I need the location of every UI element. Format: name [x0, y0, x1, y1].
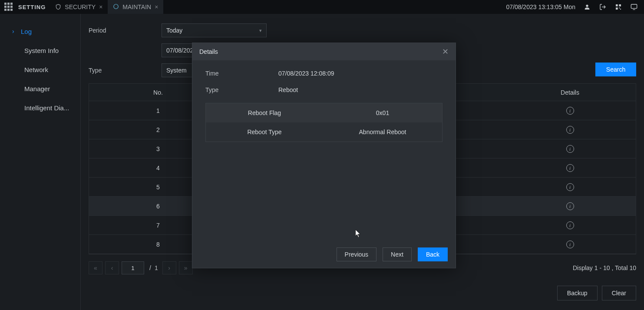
- svg-rect-5: [616, 7, 618, 10]
- back-button[interactable]: Back: [418, 247, 448, 261]
- tab-maintain[interactable]: MAINTAIN ×: [108, 0, 163, 14]
- cell-details: i: [504, 183, 636, 191]
- period-label: Period: [89, 27, 162, 34]
- pager-status: Display 1 - 10 , Total 10: [573, 264, 636, 271]
- close-icon[interactable]: ✕: [442, 47, 449, 56]
- pager-total: 1: [155, 264, 158, 271]
- tab-label: MAINTAIN: [122, 3, 151, 10]
- sidebar-item-intelligent-dia[interactable]: Intelligent Dia...: [0, 98, 80, 117]
- select-value: Today: [166, 27, 182, 34]
- modal-time-label: Time: [205, 70, 278, 77]
- info-icon[interactable]: i: [566, 202, 574, 210]
- svg-rect-3: [616, 4, 618, 7]
- info-icon[interactable]: i: [566, 241, 574, 248]
- sidebar-item-system-info[interactable]: System Info: [0, 41, 80, 60]
- next-button[interactable]: Next: [383, 247, 412, 261]
- close-icon[interactable]: ×: [155, 3, 158, 10]
- qr-icon[interactable]: [614, 3, 622, 11]
- details-modal: Details ✕ Time 07/08/2023 12:08:09 Type …: [192, 43, 456, 268]
- clear-button[interactable]: Clear: [602, 286, 636, 300]
- modal-detail-row: Reboot Type Abnormal Reboot: [206, 122, 442, 142]
- sidebar-item-label: System Info: [24, 47, 59, 54]
- modal-detail-table: Reboot Flag 0x01 Reboot Type Abnormal Re…: [205, 103, 443, 142]
- modal-title: Details: [199, 48, 442, 55]
- pager-first-button[interactable]: «: [89, 261, 102, 274]
- modal-detail-key: Reboot Flag: [206, 109, 323, 116]
- chevron-right-icon: ›: [12, 28, 17, 35]
- modal-type-label: Type: [205, 86, 278, 93]
- shield-icon: [55, 4, 61, 10]
- pager-slash: /: [149, 264, 151, 271]
- modal-detail-row: Reboot Flag 0x01: [206, 103, 442, 122]
- svg-rect-6: [619, 7, 620, 8]
- cell-details: i: [504, 126, 636, 134]
- modal-detail-key: Reboot Type: [206, 129, 323, 135]
- modal-detail-value: 0x01: [323, 109, 442, 116]
- pager-prev-button[interactable]: ‹: [105, 261, 119, 274]
- monitor-icon[interactable]: [630, 3, 638, 11]
- maintain-icon: [113, 3, 119, 11]
- search-button[interactable]: Search: [595, 63, 636, 76]
- info-icon[interactable]: i: [566, 183, 574, 191]
- cell-details: i: [504, 202, 636, 210]
- user-icon[interactable]: [583, 3, 591, 11]
- info-icon[interactable]: i: [566, 221, 574, 229]
- cell-details: i: [504, 221, 636, 229]
- sidebar-item-log[interactable]: › Log: [0, 22, 80, 41]
- sidebar-item-label: Network: [24, 66, 48, 73]
- close-icon[interactable]: ×: [99, 3, 102, 10]
- sidebar-item-label: Intelligent Dia...: [24, 104, 69, 112]
- pager-next-button[interactable]: ›: [162, 261, 176, 274]
- modal-type-value: Reboot: [278, 86, 298, 93]
- topbar: SETTING SECURITY × MAINTAIN × 07/08/2023…: [0, 0, 644, 14]
- info-icon[interactable]: i: [566, 145, 574, 153]
- info-icon[interactable]: i: [566, 107, 574, 115]
- sidebar-item-manager[interactable]: Manager: [0, 79, 80, 98]
- select-value: System: [166, 67, 187, 74]
- logout-icon[interactable]: [599, 3, 607, 11]
- tab-label: SECURITY: [65, 3, 96, 10]
- modal-time-value: 07/08/2023 12:08:09: [278, 70, 334, 77]
- setting-label[interactable]: SETTING: [18, 4, 46, 10]
- previous-button[interactable]: Previous: [337, 247, 376, 261]
- sidebar-item-network[interactable]: Network: [0, 60, 80, 79]
- cell-details: i: [504, 164, 636, 172]
- svg-rect-4: [619, 4, 621, 7]
- svg-point-1: [586, 5, 588, 7]
- pager-last-button[interactable]: »: [179, 261, 193, 274]
- chevron-down-icon: ▾: [259, 28, 262, 33]
- backup-button[interactable]: Backup: [557, 286, 598, 300]
- period-select[interactable]: Today ▾: [162, 23, 267, 37]
- svg-rect-8: [631, 4, 637, 8]
- sidebar: › Log System Info Network Manager Intell…: [0, 14, 81, 310]
- datetime-label: 07/08/2023 13:13:05 Mon: [506, 3, 575, 10]
- svg-rect-7: [620, 9, 621, 10]
- sidebar-item-label: Log: [21, 28, 32, 35]
- pager-page-input[interactable]: [122, 261, 144, 274]
- apps-icon[interactable]: [4, 3, 13, 11]
- cell-details: i: [504, 241, 636, 248]
- cell-details: i: [504, 145, 636, 153]
- info-icon[interactable]: i: [566, 164, 574, 172]
- cell-details: i: [504, 107, 636, 115]
- info-icon[interactable]: i: [566, 126, 574, 134]
- sidebar-item-label: Manager: [24, 85, 50, 92]
- tab-security[interactable]: SECURITY ×: [50, 0, 108, 14]
- modal-header: Details ✕: [192, 43, 456, 60]
- svg-point-0: [114, 4, 119, 9]
- th-details: Details: [504, 89, 636, 96]
- modal-detail-value: Abnormal Reboot: [323, 129, 442, 135]
- type-label: Type: [89, 67, 162, 74]
